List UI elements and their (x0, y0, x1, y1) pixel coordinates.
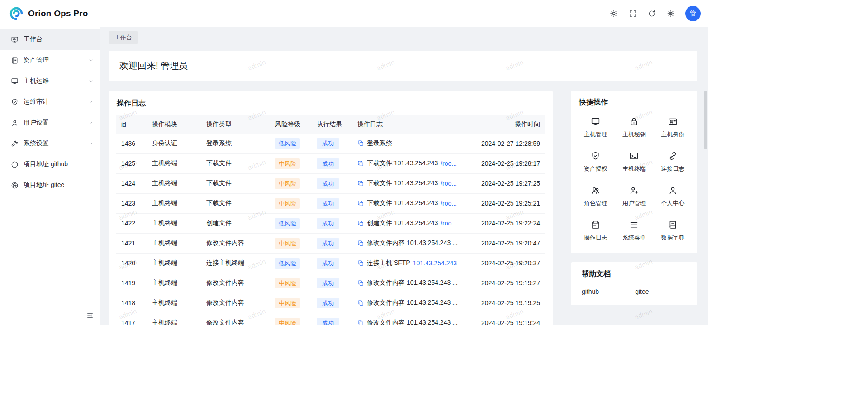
sidebar: 工作台 资产管理 主机运维 运维审计 用户设置 系统设置 项目地址 github… (0, 27, 100, 325)
quick-action-icon (591, 117, 600, 126)
cell-module: 主机终端 (147, 233, 201, 253)
risk-badge: 中风险 (275, 238, 300, 249)
quick-action-item[interactable]: 用户管理 (615, 179, 653, 213)
quick-action-item[interactable]: 主机终端 (615, 144, 653, 179)
user-avatar[interactable]: 管 (685, 6, 701, 21)
copy-icon[interactable] (357, 140, 364, 147)
table-column-header: 执行结果 (311, 115, 352, 134)
sidebar-item-label: 工作台 (24, 35, 43, 43)
sidebar-item-label: 系统设置 (24, 139, 49, 148)
sidebar-item[interactable]: 项目地址 github (0, 154, 100, 175)
copy-icon[interactable] (357, 200, 364, 207)
log-link[interactable]: /roo... (441, 180, 457, 187)
table-row[interactable]: 1425 主机终端 下载文件 中风险 成功 下载文件 101.43.254.24… (116, 153, 545, 173)
cell-id: 1420 (116, 253, 147, 273)
help-doc-link[interactable]: gitee (635, 288, 649, 295)
welcome-text: 欢迎回来! 管理员 (119, 61, 188, 71)
sidebar-item[interactable]: 主机运维 (0, 71, 100, 91)
quick-action-label: 角色管理 (584, 199, 607, 207)
header-action-button[interactable] (644, 5, 660, 22)
sidebar-item-label: 项目地址 github (24, 160, 68, 168)
header-action-button[interactable] (625, 5, 641, 22)
quick-actions-grid: 主机管理 主机秘钥 主机身份 资产授权 主机终端 连接日志 角色管理 用户管理 … (576, 110, 692, 248)
brand: Orion Ops Pro (9, 6, 88, 21)
chevron-down-icon (88, 99, 94, 105)
table-row[interactable]: 1422 主机终端 创建文件 低风险 成功 创建文件 101.43.254.24… (116, 213, 545, 233)
header-action-icon (629, 10, 637, 18)
copy-icon[interactable] (357, 220, 364, 227)
quick-action-item[interactable]: 主机身份 (654, 110, 692, 144)
sidebar-item-label: 运维审计 (24, 98, 49, 106)
sidebar-item[interactable]: 工作台 (0, 29, 100, 50)
cell-time: 2024-02-25 19:22:24 (465, 213, 545, 233)
cell-time: 2024-02-25 19:19:27 (465, 273, 545, 293)
copy-icon[interactable] (357, 180, 364, 187)
quick-action-label: 操作日志 (584, 234, 607, 242)
breadcrumb-tab-workbench[interactable]: 工作台 (109, 31, 138, 44)
quick-action-item[interactable]: 主机管理 (576, 110, 615, 144)
quick-action-item[interactable]: 操作日志 (576, 213, 615, 248)
cell-module: 主机终端 (147, 173, 201, 193)
quick-action-item[interactable]: 资产授权 (576, 144, 615, 179)
log-link[interactable]: /roo... (441, 220, 457, 227)
quick-actions-card: 快捷操作 主机管理 主机秘钥 主机身份 资产授权 主机终端 连接日志 角色管理 … (571, 91, 697, 253)
quick-action-item[interactable]: 连接日志 (654, 144, 692, 179)
copy-icon[interactable] (357, 240, 364, 247)
risk-badge: 低风险 (275, 138, 300, 149)
sidebar-item[interactable]: 运维审计 (0, 91, 100, 112)
header-action-icon (648, 10, 656, 18)
help-links: github gitee (582, 288, 687, 295)
cell-id: 1423 (116, 193, 147, 213)
sidebar-item-label: 主机运维 (24, 77, 49, 85)
header-action-button[interactable] (606, 5, 622, 22)
header-action-icon (667, 10, 675, 18)
quick-action-item[interactable]: 角色管理 (576, 179, 615, 213)
cell-id: 1425 (116, 153, 147, 173)
copy-icon[interactable] (357, 300, 364, 307)
table-row[interactable]: 1418 主机终端 修改文件内容 中风险 成功 修改文件内容 101.43.25… (116, 293, 545, 313)
log-link[interactable]: /roo... (441, 160, 457, 167)
scrollbar-thumb[interactable] (704, 91, 707, 149)
quick-action-item[interactable]: 系统菜单 (615, 213, 653, 248)
copy-icon[interactable] (357, 320, 364, 326)
table-row[interactable]: 1420 主机终端 连接主机终端 低风险 成功 连接主机 SFTP 101.43… (116, 253, 545, 273)
copy-icon[interactable] (357, 160, 364, 167)
copy-icon[interactable] (357, 280, 364, 287)
sidebar-item[interactable]: 系统设置 (0, 133, 100, 154)
sidebar-item[interactable]: 用户设置 (0, 112, 100, 133)
quick-action-item[interactable]: 主机秘钥 (615, 110, 653, 144)
table-row[interactable]: 1421 主机终端 修改文件内容 中风险 成功 修改文件内容 101.43.25… (116, 233, 545, 253)
sidebar-item[interactable]: 项目地址 gitee (0, 175, 100, 196)
log-table-body: 1436 身份认证 登录系统 低风险 成功 登录系统 2024-02-27 12… (116, 134, 545, 325)
result-badge: 成功 (317, 318, 339, 326)
table-row[interactable]: 1436 身份认证 登录系统 低风险 成功 登录系统 2024-02-27 12… (116, 134, 545, 153)
quick-action-icon (668, 220, 678, 230)
operation-log-title: 操作日志 (117, 99, 545, 108)
log-link[interactable]: 101.43.254.243 (413, 259, 457, 267)
cell-module: 主机终端 (147, 213, 201, 233)
sidebar-item-icon (11, 119, 19, 127)
table-row[interactable]: 1417 主机终端 修改文件内容 中风险 成功 修改文件内容 101.43.25… (116, 313, 545, 325)
quick-action-icon (591, 151, 600, 161)
header-actions: 管 (606, 5, 701, 22)
copy-icon[interactable] (357, 260, 364, 267)
header-action-button[interactable] (663, 5, 679, 22)
sidebar-collapse-button[interactable] (86, 312, 94, 319)
log-message: 连接主机 SFTP 101.43.254.243 (357, 259, 460, 267)
menu-fold-icon (86, 312, 94, 319)
table-row[interactable]: 1419 主机终端 修改文件内容 中风险 成功 修改文件内容 101.43.25… (116, 273, 545, 293)
sidebar-item[interactable]: 资产管理 (0, 50, 100, 71)
cell-type: 连接主机终端 (201, 253, 270, 273)
help-doc-link[interactable]: github (582, 288, 599, 295)
log-message: 修改文件内容 101.43.254.243 ... (357, 239, 460, 247)
log-link[interactable]: /roo... (441, 200, 457, 207)
log-text: 修改文件内容 101.43.254.243 ... (367, 239, 458, 247)
sidebar-item-label: 项目地址 gitee (24, 181, 64, 189)
cell-type: 登录系统 (201, 134, 270, 153)
quick-action-item[interactable]: 数据字典 (654, 213, 692, 248)
sidebar-item-label: 资产管理 (24, 56, 49, 64)
quick-action-item[interactable]: 个人中心 (654, 179, 692, 213)
table-row[interactable]: 1423 主机终端 下载文件 中风险 成功 下载文件 101.43.254.24… (116, 193, 545, 213)
table-row[interactable]: 1424 主机终端 下载文件 中风险 成功 下载文件 101.43.254.24… (116, 173, 545, 193)
cell-module: 主机终端 (147, 313, 201, 325)
